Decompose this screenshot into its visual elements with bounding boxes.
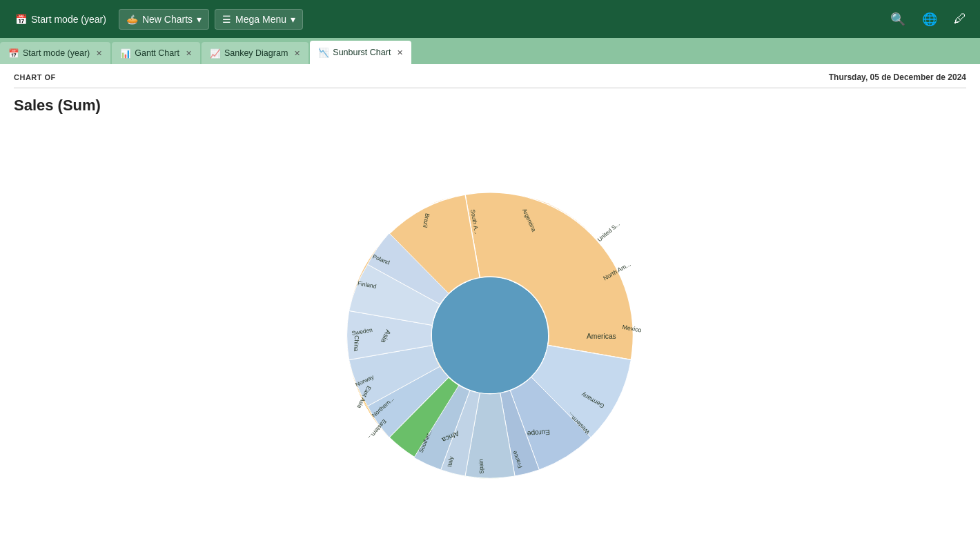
china-label: China <box>353 335 360 352</box>
tab-gantt-chart[interactable]: 📊 Gantt Chart ✕ <box>112 42 200 64</box>
menu-icon: ☰ <box>222 14 231 25</box>
chevron-down-icon: ▾ <box>197 14 202 25</box>
chart-container: Americas North Am... United S... Mexico … <box>14 121 966 549</box>
content-header: CHART OF Thursday, 05 de December de 202… <box>14 72 966 82</box>
tab-close-gantt[interactable]: ✕ <box>186 49 192 58</box>
tab-sunburst-label: Sunburst Chart <box>333 48 391 57</box>
content-area: CHART OF Thursday, 05 de December de 202… <box>0 64 980 554</box>
search-button[interactable]: 🔍 <box>885 8 911 31</box>
tab-close-sunburst[interactable]: ✕ <box>397 48 403 57</box>
tab-close-sankey[interactable]: ✕ <box>294 49 300 58</box>
calendar-icon: 📅 <box>15 14 27 25</box>
spain-label: Spain <box>478 459 485 474</box>
united-s-label: United S... <box>596 220 621 243</box>
brand-button[interactable]: 📅 Start mode (year) <box>8 10 113 29</box>
tab-sankey-label: Sankey Diagram <box>224 48 288 58</box>
chart-title: Sales (Sum) <box>14 97 966 115</box>
mega-menu-button[interactable]: ☰ Mega Menu ▾ <box>215 9 303 30</box>
settings-button[interactable]: 🖊 <box>948 8 972 30</box>
tab-close-start-mode[interactable]: ✕ <box>96 49 102 58</box>
tab-sankey-icon: 📈 <box>210 48 221 59</box>
tab-start-mode[interactable]: 📅 Start mode (year) ✕ <box>0 42 110 64</box>
tab-sunburst[interactable]: 📉 Sunburst Chart ✕ <box>310 41 411 64</box>
chart-of-label: CHART OF <box>14 73 56 81</box>
header-divider <box>14 88 966 88</box>
americas-label: Americas <box>587 333 616 340</box>
pie-chart-icon: 🥧 <box>126 14 138 25</box>
sunburst-chart[interactable]: Americas North Am... United S... Mexico … <box>297 142 683 528</box>
tab-bar: 📅 Start mode (year) ✕ 📊 Gantt Chart ✕ 📈 … <box>0 38 980 64</box>
center-circle-top[interactable] <box>432 277 548 393</box>
chevron-down-icon-2: ▾ <box>291 14 295 25</box>
brand-label: Start mode (year) <box>31 14 106 25</box>
tab-gantt-label: Gantt Chart <box>135 48 179 58</box>
date-label: Thursday, 05 de December de 2024 <box>829 72 966 82</box>
new-charts-label: New Charts <box>142 14 193 25</box>
tab-sankey[interactable]: 📈 Sankey Diagram ✕ <box>202 42 308 64</box>
top-navbar: 📅 Start mode (year) 🥧 New Charts ▾ ☰ Meg… <box>0 0 980 38</box>
language-button[interactable]: 🌐 <box>917 8 943 31</box>
mega-menu-label: Mega Menu <box>235 14 286 25</box>
new-charts-button[interactable]: 🥧 New Charts ▾ <box>119 9 209 30</box>
tab-calendar-icon: 📅 <box>8 48 19 59</box>
tab-sunburst-icon: 📉 <box>318 48 329 58</box>
tab-label: Start mode (year) <box>23 48 90 58</box>
tab-gantt-icon: 📊 <box>120 48 131 59</box>
